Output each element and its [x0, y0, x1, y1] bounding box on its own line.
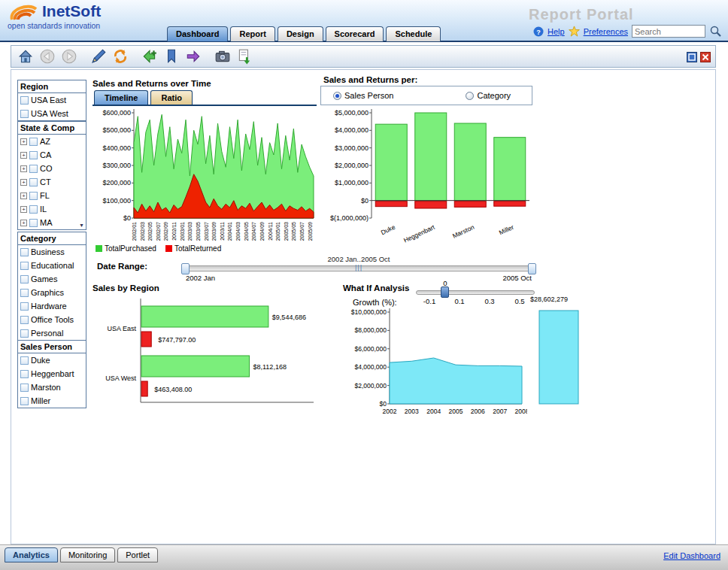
search-input[interactable]: [632, 25, 705, 38]
sidebar-item: +CT: [18, 175, 86, 189]
checkbox[interactable]: [20, 397, 29, 405]
checkbox[interactable]: [29, 151, 38, 159]
date-range-drag-handle[interactable]: |||: [355, 264, 362, 271]
checkbox[interactable]: [20, 248, 29, 256]
checkbox[interactable]: [20, 275, 29, 283]
checkbox[interactable]: [20, 329, 29, 338]
checkbox[interactable]: [20, 356, 29, 365]
svg-text:$100,000: $100,000: [102, 197, 131, 205]
logo-swirl-icon: [6, 2, 39, 21]
checkbox[interactable]: [29, 192, 38, 200]
expand-icon[interactable]: +: [20, 165, 27, 172]
sidebar-item: Marston: [18, 381, 86, 394]
preferences-star-icon[interactable]: [569, 26, 580, 37]
sidebar-item-label: Heggenbart: [31, 369, 74, 378]
checkbox[interactable]: [29, 138, 38, 146]
nav-tab-scorecard[interactable]: Scorecard: [326, 26, 384, 41]
footer-tab-portlet[interactable]: Portlet: [117, 547, 158, 562]
nav-tab-schedule[interactable]: Schedule: [386, 26, 441, 41]
expand-icon[interactable]: +: [20, 206, 27, 213]
checkbox[interactable]: [20, 316, 29, 324]
per-salesperson-bar-chart[interactable]: $5,000,000$4,000,000$3,000,000$2,000,000…: [320, 107, 535, 251]
scroll-down-icon[interactable]: ▼: [79, 223, 84, 228]
expand-icon[interactable]: +: [20, 179, 27, 186]
nav-tab-report[interactable]: Report: [230, 26, 275, 41]
growth-slider: 0 -0.1 0.1 0.3 0.5: [416, 280, 536, 308]
export-icon[interactable]: [236, 48, 253, 65]
portal-title: Report Portal: [529, 6, 634, 23]
expand-icon[interactable]: +: [20, 220, 27, 226]
svg-text:$28,602,279: $28,602,279: [530, 296, 568, 303]
checkbox[interactable]: [20, 302, 29, 311]
restore-button[interactable]: [687, 52, 697, 62]
bookmark-add-icon[interactable]: [141, 48, 158, 65]
close-button[interactable]: [700, 52, 711, 62]
date-range-end-handle[interactable]: [528, 263, 536, 274]
footer-tab-analytics[interactable]: Analytics: [5, 547, 58, 562]
checkbox[interactable]: [20, 370, 29, 378]
growth-slider-handle[interactable]: [441, 287, 449, 298]
footer-tab-monitoring[interactable]: Monitoring: [60, 547, 115, 562]
dashboard-viewport: RegionUSA EastUSA WestState & Comp+AZ+CA…: [11, 69, 716, 544]
whatif-area-chart[interactable]: $10,000,000$8,000,000$6,000,000$4,000,00…: [343, 305, 527, 423]
date-range-track[interactable]: |||: [181, 265, 536, 271]
svg-text:$5,000,000: $5,000,000: [335, 109, 369, 117]
growth-slider-track[interactable]: [416, 290, 535, 295]
back-icon[interactable]: [39, 48, 56, 65]
sidebar-panel-state-comp: State & Comp+AZ+CA+CO+CT+FL+IL+MA▼: [17, 121, 86, 230]
nav-tab-design[interactable]: Design: [278, 26, 323, 41]
expand-icon[interactable]: +: [20, 193, 27, 199]
radio-sales-person[interactable]: [333, 92, 341, 100]
send-icon[interactable]: [185, 48, 202, 65]
checkbox[interactable]: [29, 178, 38, 186]
section-header: State & Comp: [18, 122, 86, 135]
svg-text:?: ?: [536, 28, 541, 35]
svg-text:2002/07: 2002/07: [156, 222, 161, 241]
search-icon[interactable]: [709, 25, 722, 38]
whatif-total-bar[interactable]: $28,602,279: [529, 293, 596, 413]
refresh-icon[interactable]: [112, 48, 129, 65]
tab-ratio[interactable]: Ratio: [150, 90, 193, 105]
section-header: Sales Person: [18, 341, 86, 353]
radio-category[interactable]: [466, 92, 474, 100]
svg-text:2002/01: 2002/01: [132, 222, 137, 241]
checkbox[interactable]: [29, 205, 38, 214]
svg-text:$0: $0: [123, 214, 131, 222]
forward-icon[interactable]: [61, 48, 77, 65]
svg-text:USA West: USA West: [105, 374, 136, 382]
checkbox[interactable]: [20, 384, 29, 392]
svg-text:2003/07: 2003/07: [204, 222, 209, 241]
checkbox[interactable]: [20, 96, 29, 105]
checkbox[interactable]: [20, 289, 29, 297]
section-header: Category: [18, 232, 86, 245]
nav-tab-dashboard[interactable]: Dashboard: [167, 26, 228, 41]
help-link[interactable]: Help: [548, 27, 565, 36]
sidebar-item: Office Tools: [18, 313, 86, 326]
checkbox[interactable]: [29, 165, 38, 173]
bookmark-icon[interactable]: [163, 48, 180, 65]
checkbox[interactable]: [20, 262, 29, 270]
snapshot-icon[interactable]: [214, 48, 231, 65]
date-range-start-handle[interactable]: [181, 263, 190, 274]
edit-dashboard-link[interactable]: Edit Dashboard: [663, 551, 720, 560]
sidebar-item: Graphics: [18, 286, 86, 299]
legend-label: TotalReturned: [174, 244, 221, 253]
viewer-toolbar: [11, 45, 716, 68]
svg-text:Duke: Duke: [380, 223, 396, 237]
timeline-area-chart[interactable]: $600,000$500,000$400,000$300,000$200,000…: [93, 107, 318, 247]
help-icon[interactable]: ?: [533, 26, 544, 37]
region-hbar-chart[interactable]: $9,544,686$747,797.00USA East$8,112,168$…: [93, 296, 318, 410]
preferences-link[interactable]: Preferences: [584, 27, 628, 36]
expand-icon[interactable]: +: [20, 138, 27, 145]
checkbox[interactable]: [20, 110, 29, 118]
sidebar-item-label: AZ: [40, 137, 50, 146]
edit-icon[interactable]: [90, 48, 107, 65]
footer-tabs: AnalyticsMonitoringPortlet: [5, 547, 158, 562]
tab-timeline[interactable]: Timeline: [94, 90, 148, 105]
legend-swatch: [96, 245, 102, 252]
checkbox[interactable]: [29, 219, 38, 227]
date-range-value: 2002 Jan..2005 Oct: [181, 255, 536, 263]
expand-icon[interactable]: +: [20, 152, 27, 159]
home-icon[interactable]: [17, 48, 34, 65]
whatif-title: What If Analysis: [343, 283, 409, 293]
